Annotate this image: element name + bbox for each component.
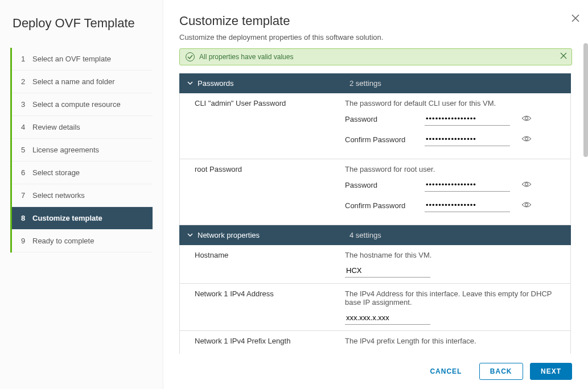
field-label: Network 1 IPv4 Prefix Length — [180, 337, 345, 350]
wizard-step-1[interactable]: 1Select an OVF template — [12, 48, 153, 71]
next-button[interactable]: NEXT — [530, 363, 572, 380]
step-number: 1 — [21, 55, 31, 63]
network-body: Hostname The hostname for this VM. Netwo… — [179, 245, 571, 354]
form-scroll-area[interactable]: Passwords 2 settings CLI "admin" User Pa… — [179, 73, 572, 354]
step-label: Select a compute resource — [32, 100, 121, 109]
svg-point-1 — [525, 138, 528, 140]
banner-text: All properties have valid values — [199, 53, 293, 61]
root-confirm-input[interactable] — [425, 198, 510, 212]
field-label: Network 1 IPv4 Address — [180, 289, 345, 325]
field-description: The IPv4 Address for this interface. Lea… — [345, 289, 561, 307]
field-hostname: Hostname The hostname for this VM. — [180, 245, 570, 284]
step-number: 5 — [21, 146, 31, 154]
step-label: Select an OVF template — [32, 55, 111, 63]
cancel-button[interactable]: CANCEL — [420, 363, 472, 379]
main-panel: Customize template Customize the deploym… — [163, 0, 588, 389]
password-label: Password — [345, 181, 425, 189]
field-label: root Password — [180, 165, 345, 219]
step-number: 2 — [21, 77, 31, 86]
wizard-step-8[interactable]: 8Customize template — [12, 207, 153, 230]
svg-point-3 — [525, 204, 528, 206]
page-title: Customize template — [179, 14, 572, 28]
dialog-container: Deploy OVF Template 1Select an OVF templ… — [0, 0, 588, 389]
field-description: The hostname for this VM. — [345, 251, 561, 259]
step-label: Customize template — [32, 214, 102, 222]
step-label: Select a name and folder — [32, 77, 115, 86]
field-description: The password for root user. — [345, 165, 561, 173]
cli-admin-confirm-input[interactable] — [425, 133, 510, 146]
step-number: 8 — [21, 214, 31, 222]
step-number: 4 — [21, 123, 31, 131]
check-icon — [186, 52, 195, 61]
confirm-password-label: Confirm Password — [345, 201, 425, 210]
wizard-step-5[interactable]: 5License agreements — [12, 139, 153, 162]
step-label: Select networks — [32, 191, 85, 200]
step-number: 6 — [21, 168, 31, 177]
hostname-input[interactable] — [345, 264, 430, 278]
cli-admin-password-input[interactable] — [425, 112, 510, 126]
confirm-password-label: Confirm Password — [345, 135, 425, 144]
step-number: 3 — [21, 100, 31, 109]
eye-icon[interactable] — [521, 134, 532, 144]
field-label: CLI "admin" User Password — [180, 99, 345, 153]
field-ipv4-prefix: Network 1 IPv4 Prefix Length The IPv4 pr… — [180, 331, 570, 354]
section-title: Passwords — [198, 79, 349, 88]
field-description: The IPv4 prefix Length for this interfac… — [345, 337, 561, 345]
page-subtitle: Customize the deployment properties of t… — [179, 33, 572, 42]
step-number: 7 — [21, 191, 31, 200]
svg-point-0 — [525, 117, 528, 120]
section-header-passwords[interactable]: Passwords 2 settings — [179, 73, 571, 93]
dialog-footer: CANCEL BACK NEXT — [163, 354, 588, 389]
back-button[interactable]: BACK — [479, 363, 523, 380]
field-root-password: root Password The password for root user… — [180, 159, 570, 225]
content-area: Customize template Customize the deploym… — [163, 0, 588, 354]
section-count: 4 settings — [349, 231, 381, 239]
step-label: Ready to complete — [32, 237, 94, 245]
section-title: Network properties — [198, 231, 349, 239]
field-ipv4-address: Network 1 IPv4 Address The IPv4 Address … — [180, 284, 570, 331]
section-count: 2 settings — [349, 79, 381, 88]
ipv4-address-input[interactable] — [345, 311, 430, 325]
svg-point-2 — [525, 183, 528, 186]
wizard-step-2[interactable]: 2Select a name and folder — [12, 71, 153, 93]
field-cli-admin-password: CLI "admin" User Password The password f… — [180, 93, 570, 159]
step-number: 9 — [21, 237, 31, 245]
wizard-step-4[interactable]: 4Review details — [12, 116, 153, 139]
dialog-title: Deploy OVF Template — [10, 16, 153, 31]
field-description: The password for default CLI user for th… — [345, 99, 561, 107]
root-password-input[interactable] — [425, 178, 510, 192]
field-label: Hostname — [180, 251, 345, 278]
passwords-body: CLI "admin" User Password The password f… — [179, 93, 571, 225]
chevron-down-icon — [187, 232, 193, 239]
step-label: Review details — [32, 123, 80, 131]
validation-banner: All properties have valid values — [179, 48, 572, 65]
chevron-down-icon — [187, 80, 193, 87]
wizard-steps: 1Select an OVF template2Select a name an… — [10, 48, 153, 253]
step-label: License agreements — [32, 146, 99, 154]
wizard-step-9[interactable]: 9Ready to complete — [12, 230, 153, 253]
password-label: Password — [345, 115, 425, 123]
eye-icon[interactable] — [521, 114, 532, 124]
step-label: Select storage — [32, 168, 80, 177]
wizard-step-3[interactable]: 3Select a compute resource — [12, 93, 153, 116]
wizard-step-6[interactable]: 6Select storage — [12, 162, 153, 184]
eye-icon[interactable] — [521, 180, 532, 190]
section-header-network[interactable]: Network properties 4 settings — [179, 225, 571, 245]
banner-close-icon[interactable] — [560, 52, 567, 61]
wizard-sidebar: Deploy OVF Template 1Select an OVF templ… — [0, 0, 163, 389]
eye-icon[interactable] — [521, 200, 532, 210]
wizard-step-7[interactable]: 7Select networks — [12, 184, 153, 207]
